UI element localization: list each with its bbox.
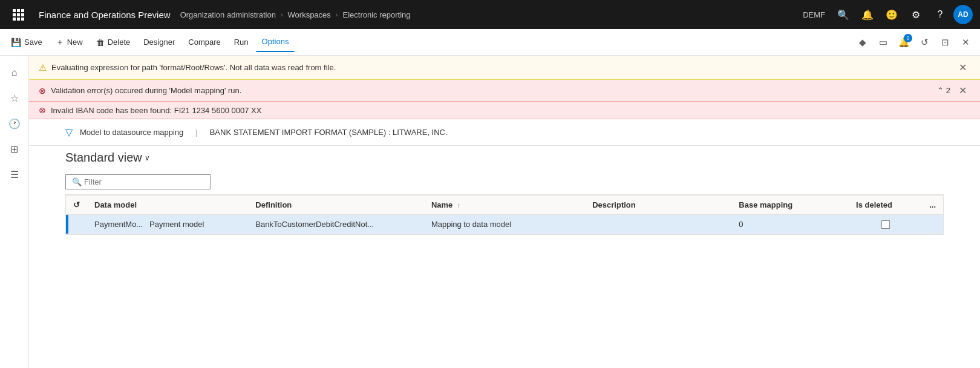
error-icon-1: ⊗ <box>39 86 46 96</box>
table-row[interactable]: PaymentMo... Payment model BankToCustome… <box>66 215 943 234</box>
is-deleted-checkbox-wrap <box>856 220 915 229</box>
th-refresh[interactable]: ↺ <box>66 196 87 215</box>
sidebar-star-icon[interactable]: ☆ <box>2 86 27 110</box>
warning-text: Evaluating expression for path 'format/R… <box>51 63 950 72</box>
view-dropdown-button[interactable]: ∨ <box>145 154 150 162</box>
breadcrumb: Organization administration › Workspaces… <box>180 10 799 19</box>
warning-banner: ⚠ Evaluating expression for path 'format… <box>29 56 980 80</box>
filter-icon: ▽ <box>65 126 73 138</box>
th-more[interactable]: ... <box>922 196 943 215</box>
row-name-cell: Mapping to data model <box>424 215 585 234</box>
breadcrumb-sep-2: › <box>336 11 338 18</box>
error-close-button[interactable]: ✕ <box>955 84 970 97</box>
row-refresh-cell <box>66 215 87 234</box>
grid-icon <box>13 9 24 21</box>
close-icon-btn[interactable]: ✕ <box>956 33 975 52</box>
sort-icon: ↑ <box>457 202 460 209</box>
settings-icon[interactable]: ⚙ <box>905 4 927 25</box>
th-is-deleted[interactable]: Is deleted <box>849 196 922 215</box>
breadcrumb-workspaces[interactable]: Workspaces <box>288 10 331 19</box>
warning-icon: ⚠ <box>39 62 47 73</box>
row-more-cell <box>922 215 943 234</box>
breadcrumb-org[interactable]: Organization administration <box>180 10 276 19</box>
new-button[interactable]: ＋ New <box>50 33 89 52</box>
table-container: ↺ Data model Definition Name ↑ <box>29 194 980 235</box>
name-value: Mapping to data model <box>431 220 511 229</box>
is-deleted-checkbox[interactable] <box>881 220 890 229</box>
new-label: New <box>67 38 83 47</box>
definition-value: BankToCustomerDebitCreditNot... <box>255 220 374 229</box>
designer-label: Designer <box>143 38 175 47</box>
mapping-separator: | <box>195 128 197 137</box>
save-label: Save <box>24 38 42 47</box>
row-base-mapping-cell: 0 <box>731 215 849 234</box>
row-description-cell <box>585 215 731 234</box>
error-count-area: ⌃ 2 ✕ <box>937 84 970 97</box>
top-nav: Finance and Operations Preview Organizat… <box>0 0 980 29</box>
mapping-path: Model to datasource mapping <box>80 128 183 137</box>
run-label: Run <box>234 38 249 47</box>
th-base-mapping[interactable]: Base mapping <box>731 196 849 215</box>
error-count-badge: ⌃ 2 <box>937 86 950 95</box>
breadcrumb-sep-1: › <box>281 11 283 18</box>
sidebar-recent-icon[interactable]: 🕐 <box>2 111 27 136</box>
row-definition-cell: BankToCustomerDebitCreditNot... <box>248 215 424 234</box>
error-count-value: 2 <box>946 86 950 95</box>
notification-icon[interactable]: 🔔 <box>857 4 878 25</box>
notification-badge-btn[interactable]: 🔔 0 <box>894 33 913 52</box>
refresh-icon-btn[interactable]: ↺ <box>915 33 934 52</box>
table-wrapper: ↺ Data model Definition Name ↑ <box>65 194 944 235</box>
filter-search-icon: 🔍 <box>72 177 82 186</box>
th-data-model[interactable]: Data model <box>87 196 248 215</box>
panel-icon-btn[interactable]: ▭ <box>874 33 893 52</box>
error-text-2: Invalid IBAN code has been found: FI21 1… <box>51 106 970 115</box>
delete-icon: 🗑 <box>96 38 105 47</box>
data-table: ↺ Data model Definition Name ↑ <box>66 195 943 234</box>
error-text-1: Validation error(s) occured during 'Mode… <box>51 86 932 95</box>
sidebar-workspace-icon[interactable]: ⊞ <box>2 137 27 161</box>
save-icon: 💾 <box>11 38 21 47</box>
mapping-bank: BANK STATEMENT IMPORT FORMAT (SAMPLE) : … <box>210 128 448 137</box>
chat-icon[interactable]: 🙂 <box>881 4 903 25</box>
run-button[interactable]: Run <box>228 33 255 52</box>
nav-right: DEMF 🔍 🔔 🙂 ⚙ ? AD <box>798 4 973 25</box>
collapse-arrow[interactable]: ⌃ <box>937 86 944 95</box>
delete-label: Delete <box>108 38 131 47</box>
diamond-icon-btn[interactable]: ◆ <box>853 33 872 52</box>
th-description[interactable]: Description <box>585 196 731 215</box>
avatar[interactable]: AD <box>953 5 973 24</box>
filter-input[interactable] <box>84 177 204 186</box>
search-nav-icon[interactable]: 🔍 <box>832 4 854 25</box>
sidebar-home-icon[interactable]: ⌂ <box>2 61 27 85</box>
env-label: DEMF <box>798 10 830 19</box>
mapping-header: ▽ Model to datasource mapping | BANK STA… <box>29 119 980 146</box>
error-banner-row-2: ⊗ Invalid IBAN code has been found: FI21… <box>29 102 980 119</box>
standard-view-title: Standard view <box>65 151 142 165</box>
error-banners: ⊗ Validation error(s) occured during 'Mo… <box>29 80 980 119</box>
sidebar-list-icon[interactable]: ☰ <box>2 162 27 186</box>
delete-button[interactable]: 🗑 Delete <box>90 33 137 52</box>
app-grid-button[interactable] <box>7 0 29 29</box>
left-sidebar: ⌂ ☆ 🕐 ⊞ ☰ <box>0 56 29 368</box>
compare-button[interactable]: Compare <box>182 33 226 52</box>
warning-close-button[interactable]: ✕ <box>955 61 970 74</box>
toolbar-right-icons: ◆ ▭ 🔔 0 ↺ ⊡ ✕ <box>853 33 975 52</box>
table-header-row: ↺ Data model Definition Name ↑ <box>66 196 943 215</box>
breadcrumb-er[interactable]: Electronic reporting <box>343 10 411 19</box>
toolbar: 💾 Save ＋ New 🗑 Delete Designer Compare R… <box>0 29 980 56</box>
save-button[interactable]: 💾 Save <box>5 33 48 52</box>
options-button[interactable]: Options <box>256 33 295 52</box>
filter-bar: 🔍 <box>29 169 980 194</box>
data-model-full: Payment model <box>149 220 204 229</box>
th-name[interactable]: Name ↑ <box>424 196 585 215</box>
popout-icon-btn[interactable]: ⊡ <box>935 33 955 52</box>
th-definition[interactable]: Definition <box>248 196 424 215</box>
compare-label: Compare <box>188 38 220 47</box>
designer-button[interactable]: Designer <box>137 33 181 52</box>
filter-input-wrap: 🔍 <box>65 174 211 189</box>
help-icon[interactable]: ? <box>929 4 951 25</box>
selected-row-indicator <box>66 215 68 234</box>
main-layout: ⌂ ☆ 🕐 ⊞ ☰ ⚠ Evaluating expression for pa… <box>0 56 980 368</box>
new-icon: ＋ <box>56 37 64 48</box>
row-data-model-cell: PaymentMo... Payment model <box>87 215 248 234</box>
